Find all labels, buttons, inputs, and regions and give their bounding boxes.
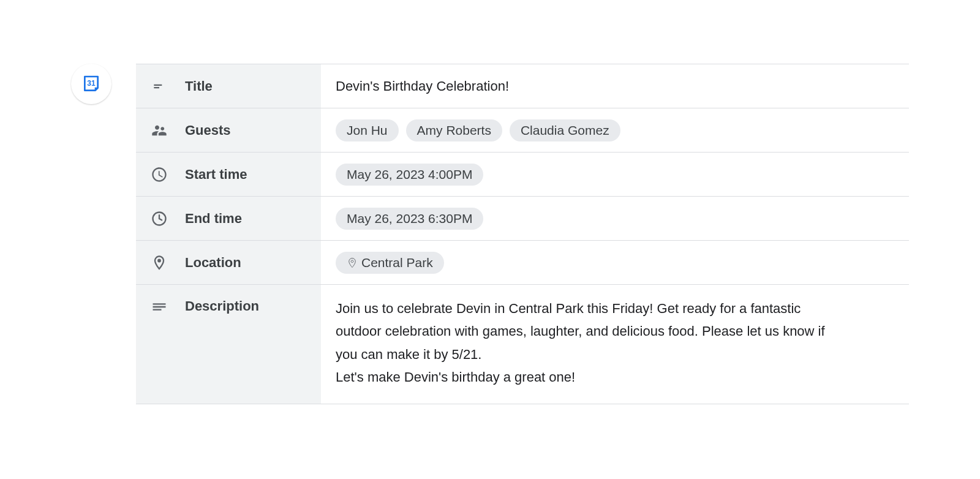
guests-row: Guests Jon Hu Amy Roberts Claudia Gomez	[136, 108, 909, 153]
guests-value-cell[interactable]: Jon Hu Amy Roberts Claudia Gomez	[321, 108, 909, 152]
end-time-chip[interactable]: May 26, 2023 6:30PM	[336, 208, 483, 230]
description-label: Description	[185, 298, 259, 314]
start-time-label-cell: Start time	[136, 153, 321, 196]
end-time-value-cell[interactable]: May 26, 2023 6:30PM	[321, 197, 909, 240]
title-value: Devin's Birthday Celebration!	[336, 78, 509, 94]
description-row: Description Join us to celebrate Devin i…	[136, 285, 909, 404]
chip-pin-icon	[347, 257, 358, 268]
title-value-cell[interactable]: Devin's Birthday Celebration!	[321, 64, 909, 108]
calendar-icon: 31	[81, 74, 101, 94]
location-value-cell[interactable]: Central Park	[321, 241, 909, 284]
end-time-row: End time May 26, 2023 6:30PM	[136, 197, 909, 241]
location-pin-icon	[151, 254, 168, 271]
end-time-label-cell: End time	[136, 197, 321, 240]
description-paragraph: Join us to celebrate Devin in Central Pa…	[336, 297, 844, 366]
calendar-app-badge: 31	[71, 64, 111, 104]
location-label: Location	[185, 255, 241, 271]
title-label: Title	[185, 78, 213, 94]
location-row: Location Central Park	[136, 241, 909, 285]
event-details-table: Title Devin's Birthday Celebration! Gues…	[136, 64, 909, 404]
clock-outline-icon	[151, 210, 168, 227]
title-label-cell: Title	[136, 64, 321, 108]
location-chip[interactable]: Central Park	[336, 252, 444, 274]
description-label-cell: Description	[136, 285, 321, 404]
start-time-chip[interactable]: May 26, 2023 4:00PM	[336, 164, 483, 186]
guests-label: Guests	[185, 123, 231, 138]
end-time-label: End time	[185, 211, 242, 227]
start-time-label: Start time	[185, 167, 247, 183]
description-value-cell[interactable]: Join us to celebrate Devin in Central Pa…	[321, 285, 909, 404]
title-icon	[151, 78, 168, 95]
description-paragraph: Let's make Devin's birthday a great one!	[336, 366, 844, 388]
svg-text:31: 31	[87, 79, 96, 88]
location-label-cell: Location	[136, 241, 321, 284]
guest-chip[interactable]: Amy Roberts	[406, 119, 502, 141]
clock-icon	[151, 166, 168, 183]
location-chip-text: Central Park	[361, 255, 433, 270]
description-value: Join us to celebrate Devin in Central Pa…	[336, 297, 844, 389]
description-icon	[151, 298, 168, 315]
start-time-value-cell[interactable]: May 26, 2023 4:00PM	[321, 153, 909, 196]
guest-chip[interactable]: Claudia Gomez	[510, 119, 620, 141]
title-row: Title Devin's Birthday Celebration!	[136, 64, 909, 108]
guest-chip[interactable]: Jon Hu	[336, 119, 399, 141]
start-time-row: Start time May 26, 2023 4:00PM	[136, 153, 909, 197]
people-icon	[151, 122, 168, 139]
guests-label-cell: Guests	[136, 108, 321, 152]
